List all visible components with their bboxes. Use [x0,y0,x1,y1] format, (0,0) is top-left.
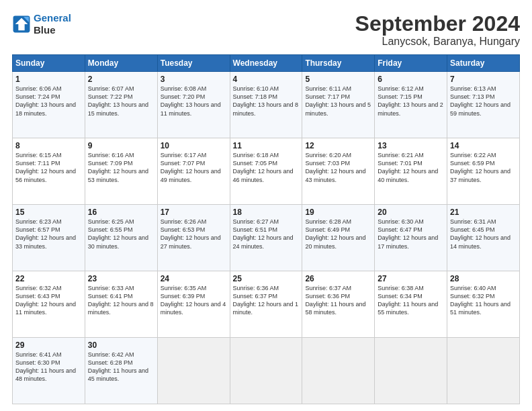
calendar-cell: 9Sunrise: 6:16 AMSunset: 7:09 PMDaylight… [85,138,157,205]
day-number: 20 [378,208,444,217]
day-info: Sunset: 6:39 PM [161,292,227,300]
calendar-cell: 17Sunrise: 6:26 AMSunset: 6:53 PMDayligh… [157,205,230,271]
day-info: Sunrise: 6:13 AM [450,85,517,93]
calendar-cell: 4Sunrise: 6:10 AMSunset: 7:18 PMDaylight… [230,72,302,138]
day-info: Sunset: 6:43 PM [15,292,82,300]
day-info: Daylight: 11 hours and 45 minutes. [88,367,154,383]
day-info: Daylight: 12 hours and 49 minutes. [161,167,227,183]
col-header-monday: Monday [85,55,157,72]
day-number: 25 [233,274,300,283]
day-info: Sunset: 7:20 PM [161,93,227,101]
day-info: Sunrise: 6:21 AM [378,151,444,159]
logo: General Blue [12,12,71,36]
day-number: 30 [88,340,154,350]
day-info: Sunrise: 6:07 AM [88,85,154,93]
day-info: Sunset: 6:47 PM [378,226,444,234]
day-info: Daylight: 12 hours and 46 minutes. [233,167,300,183]
day-info: Sunrise: 6:20 AM [305,151,371,159]
calendar-cell: 22Sunrise: 6:32 AMSunset: 6:43 PMDayligh… [13,271,85,338]
page-subtitle: Lanycsok, Baranya, Hungary [355,36,520,48]
day-info: Sunrise: 6:15 AM [15,151,82,159]
day-info: Daylight: 13 hours and 15 minutes. [88,101,154,117]
calendar-cell: 15Sunrise: 6:23 AMSunset: 6:57 PMDayligh… [13,205,85,271]
day-info: Sunset: 6:57 PM [15,226,82,234]
day-info: Sunrise: 6:33 AM [88,284,154,292]
header: General Blue September 2024 Lanycsok, Ba… [12,12,520,48]
day-info: Daylight: 12 hours and 11 minutes. [15,300,82,316]
day-info: Daylight: 12 hours and 20 minutes. [305,234,371,250]
day-info: Daylight: 12 hours and 1 minute. [233,300,300,316]
title-block: September 2024 Lanycsok, Baranya, Hungar… [355,12,520,48]
col-header-saturday: Saturday [447,55,520,72]
day-info: Sunset: 6:28 PM [88,359,154,367]
calendar-cell: 6Sunrise: 6:12 AMSunset: 7:15 PMDaylight… [375,72,447,138]
day-number: 22 [15,274,82,283]
day-info: Sunrise: 6:32 AM [15,284,82,292]
day-info: Sunrise: 6:10 AM [233,85,300,93]
day-info: Daylight: 12 hours and 14 minutes. [450,234,517,250]
day-number: 19 [305,208,371,217]
day-number: 10 [161,141,227,150]
calendar-cell [230,338,302,404]
calendar-header-row: SundayMondayTuesdayWednesdayThursdayFrid… [13,55,520,72]
calendar-cell: 2Sunrise: 6:07 AMSunset: 7:22 PMDaylight… [85,72,157,138]
day-info: Sunset: 7:09 PM [88,159,154,167]
day-info: Daylight: 12 hours and 53 minutes. [88,167,154,183]
day-info: Sunset: 6:36 PM [305,292,371,300]
day-number: 5 [305,75,371,84]
day-info: Sunrise: 6:40 AM [450,284,517,292]
day-info: Sunset: 7:22 PM [88,93,154,101]
day-number: 9 [88,141,154,150]
calendar-cell: 5Sunrise: 6:11 AMSunset: 7:17 PMDaylight… [302,72,375,138]
day-info: Sunrise: 6:25 AM [88,218,154,226]
day-number: 27 [378,274,444,283]
day-info: Sunrise: 6:28 AM [305,218,371,226]
calendar-cell: 19Sunrise: 6:28 AMSunset: 6:49 PMDayligh… [302,205,375,271]
day-number: 23 [88,274,154,283]
col-header-sunday: Sunday [13,55,85,72]
day-info: Sunrise: 6:35 AM [161,284,227,292]
day-info: Sunset: 7:13 PM [450,93,517,101]
calendar-cell: 1Sunrise: 6:06 AMSunset: 7:24 PMDaylight… [13,72,85,138]
day-info: Daylight: 13 hours and 5 minutes. [305,101,371,117]
calendar-cell: 20Sunrise: 6:30 AMSunset: 6:47 PMDayligh… [375,205,447,271]
day-info: Sunrise: 6:22 AM [450,151,517,159]
day-info: Daylight: 12 hours and 27 minutes. [161,234,227,250]
calendar-cell: 7Sunrise: 6:13 AMSunset: 7:13 PMDaylight… [447,72,520,138]
calendar-cell: 23Sunrise: 6:33 AMSunset: 6:41 PMDayligh… [85,271,157,338]
calendar-cell: 11Sunrise: 6:18 AMSunset: 7:05 PMDayligh… [230,138,302,205]
day-info: Daylight: 13 hours and 18 minutes. [15,101,82,117]
day-number: 15 [15,208,82,217]
day-info: Daylight: 13 hours and 11 minutes. [161,101,227,117]
day-info: Sunrise: 6:38 AM [378,284,444,292]
day-info: Sunset: 6:34 PM [378,292,444,300]
calendar-cell [302,338,375,404]
day-info: Sunset: 6:30 PM [15,359,82,367]
calendar-cell: 8Sunrise: 6:15 AMSunset: 7:11 PMDaylight… [13,138,85,205]
day-info: Daylight: 13 hours and 8 minutes. [233,101,300,117]
day-info: Sunrise: 6:27 AM [233,218,300,226]
calendar-cell: 14Sunrise: 6:22 AMSunset: 6:59 PMDayligh… [447,138,520,205]
day-number: 12 [305,141,371,150]
day-info: Sunrise: 6:26 AM [161,218,227,226]
day-info: Sunset: 6:59 PM [450,159,517,167]
calendar-week-row: 22Sunrise: 6:32 AMSunset: 6:43 PMDayligh… [13,271,520,338]
day-info: Daylight: 12 hours and 37 minutes. [450,167,517,183]
col-header-tuesday: Tuesday [157,55,230,72]
day-number: 3 [161,75,227,84]
day-number: 14 [450,141,517,150]
day-info: Sunset: 7:03 PM [305,159,371,167]
day-number: 17 [161,208,227,217]
calendar-cell [375,338,447,404]
col-header-thursday: Thursday [302,55,375,72]
calendar-cell: 16Sunrise: 6:25 AMSunset: 6:55 PMDayligh… [85,205,157,271]
day-info: Sunrise: 6:17 AM [161,151,227,159]
day-info: Sunrise: 6:37 AM [305,284,371,292]
calendar-week-row: 1Sunrise: 6:06 AMSunset: 7:24 PMDaylight… [13,72,520,138]
day-number: 6 [378,75,444,84]
calendar-cell: 30Sunrise: 6:42 AMSunset: 6:28 PMDayligh… [85,338,157,404]
day-number: 4 [233,75,300,84]
calendar-week-row: 29Sunrise: 6:41 AMSunset: 6:30 PMDayligh… [13,338,520,404]
day-number: 11 [233,141,300,150]
calendar-cell: 27Sunrise: 6:38 AMSunset: 6:34 PMDayligh… [375,271,447,338]
